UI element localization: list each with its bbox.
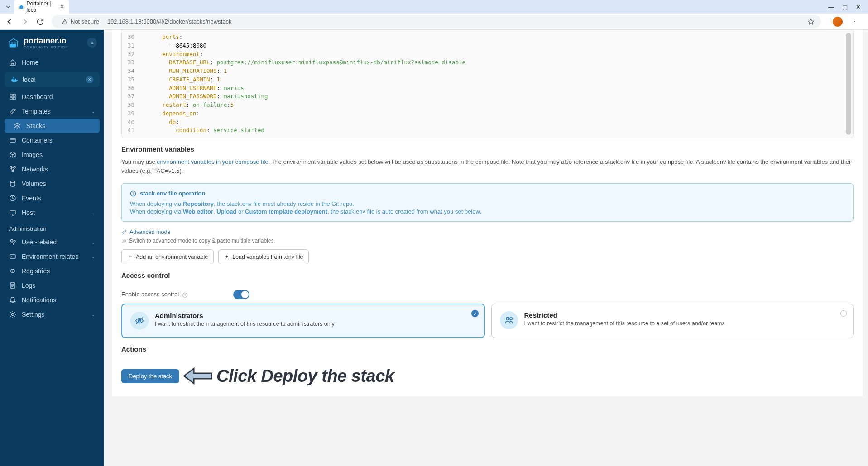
sidebar-label: Dashboard bbox=[22, 93, 53, 100]
code-line[interactable]: 41 condition: service_started bbox=[122, 126, 853, 135]
code-line[interactable]: 40 db: bbox=[122, 118, 853, 127]
svg-point-33 bbox=[133, 192, 133, 192]
stacks-icon bbox=[14, 122, 21, 129]
sidebar-item-notifications[interactable]: Notifications bbox=[0, 293, 104, 307]
sidebar-label: Logs bbox=[22, 282, 35, 289]
back-icon[interactable] bbox=[5, 18, 14, 26]
eye-off-icon bbox=[130, 312, 149, 330]
env-vars-title: Environment variables bbox=[121, 145, 854, 153]
deploy-stack-button[interactable]: Deploy the stack bbox=[121, 369, 179, 383]
logs-icon bbox=[9, 282, 16, 289]
sidebar-label: Volumes bbox=[22, 180, 46, 187]
maximize-icon[interactable]: ▢ bbox=[842, 4, 848, 10]
address-bar[interactable]: Not secure 192.168.1.18:9000/#!/2/docker… bbox=[52, 15, 821, 28]
access-control-toggle[interactable] bbox=[233, 290, 249, 299]
selected-check-icon: ✓ bbox=[471, 310, 479, 317]
code-line[interactable]: 36 ADMIN_USERNAME: marius bbox=[122, 84, 853, 93]
tab-title: Portainer | loca bbox=[26, 0, 53, 13]
tab-list-dropdown[interactable] bbox=[4, 2, 13, 11]
sidebar-environment[interactable]: local ✕ bbox=[5, 72, 100, 87]
portainer-logo-icon bbox=[7, 36, 20, 49]
advanced-mode-link[interactable]: Advanced mode bbox=[121, 229, 170, 235]
sidebar-label: Images bbox=[22, 151, 43, 158]
bookmark-star-icon[interactable] bbox=[807, 18, 815, 25]
code-line[interactable]: 30 ports: bbox=[122, 33, 853, 42]
code-line[interactable]: 34 RUN_MIGRATIONS: 1 bbox=[122, 67, 853, 76]
sidebar-item-logs[interactable]: Logs bbox=[0, 278, 104, 293]
browser-tab-bar: Portainer | loca ✕ — ▢ ✕ bbox=[0, 0, 868, 14]
users-icon bbox=[500, 311, 518, 329]
chevron-down-icon: ⌄ bbox=[91, 109, 95, 114]
browser-menu-icon[interactable]: ⋮ bbox=[851, 17, 858, 26]
sidebar-item-containers[interactable]: Containers bbox=[0, 133, 104, 147]
sidebar-item-events[interactable]: Events bbox=[0, 191, 104, 205]
access-option-administrators[interactable]: Administrators I want to restrict the ma… bbox=[121, 304, 485, 338]
sidebar-item-settings[interactable]: Settings ⌄ bbox=[0, 307, 104, 322]
sidebar-item-home[interactable]: Home bbox=[0, 55, 104, 70]
sidebar-item-dashboard[interactable]: Dashboard bbox=[0, 90, 104, 104]
upload-icon bbox=[224, 254, 230, 260]
svg-rect-6 bbox=[13, 77, 14, 79]
sidebar-collapse-button[interactable]: « bbox=[87, 38, 97, 48]
profile-avatar[interactable] bbox=[833, 17, 843, 27]
sidebar-item-templates[interactable]: Templates ⌄ bbox=[0, 104, 104, 119]
sidebar-item-host[interactable]: Host ⌄ bbox=[0, 205, 104, 220]
code-line[interactable]: 32 environment: bbox=[122, 50, 853, 59]
code-line[interactable]: 33 DATABASE_URL: postgres://minifluxuser… bbox=[122, 58, 853, 67]
notifications-icon bbox=[9, 296, 16, 304]
load-env-file-button[interactable]: Load variables from .env file bbox=[218, 249, 309, 264]
code-line[interactable]: 38 restart: on-failure:5 bbox=[122, 101, 853, 109]
code-line[interactable]: 39 depends_on: bbox=[122, 109, 853, 118]
svg-point-13 bbox=[10, 166, 12, 168]
code-line[interactable]: 31 - 8645:8080 bbox=[122, 42, 853, 50]
admin-section-label: Administration bbox=[0, 220, 104, 235]
actions-title: Actions bbox=[121, 345, 854, 353]
sidebar-item-networks[interactable]: Networks bbox=[0, 162, 104, 176]
env-help-text: You may use environment variables in you… bbox=[121, 157, 854, 175]
advanced-hint: Switch to advanced mode to copy & paste … bbox=[121, 238, 854, 244]
sidebar-item-environment-related[interactable]: Environment-related ⌄ bbox=[0, 249, 104, 264]
sidebar-label: Environment-related bbox=[22, 253, 79, 260]
browser-tab[interactable]: Portainer | loca ✕ bbox=[14, 0, 69, 15]
sidebar-item-user-related[interactable]: User-related ⌄ bbox=[0, 235, 104, 249]
svg-point-21 bbox=[11, 240, 13, 242]
add-env-var-button[interactable]: ＋ Add an environment variable bbox=[121, 249, 214, 264]
svg-point-30 bbox=[12, 314, 14, 316]
dashboard-icon bbox=[9, 93, 16, 100]
security-status: Not secure bbox=[71, 18, 99, 25]
svg-rect-9 bbox=[10, 97, 12, 100]
sidebar-label: Networks bbox=[22, 166, 48, 173]
svg-point-25 bbox=[12, 271, 14, 272]
help-icon[interactable]: ? bbox=[182, 292, 188, 298]
env-help-link[interactable]: environment variables in your compose fi… bbox=[157, 158, 268, 165]
home-icon bbox=[9, 59, 16, 66]
tab-close-icon[interactable]: ✕ bbox=[60, 4, 64, 10]
reload-icon[interactable] bbox=[36, 18, 44, 26]
sidebar-item-registries[interactable]: Registries bbox=[0, 264, 104, 278]
close-window-icon[interactable]: ✕ bbox=[856, 4, 861, 10]
portainer-logo[interactable]: portainer.io COMMUNITY EDITION bbox=[7, 36, 68, 49]
code-line[interactable]: 37 ADMIN_PASSWORD: mariushosting bbox=[122, 92, 853, 101]
sidebar-item-images[interactable]: Images bbox=[0, 147, 104, 162]
svg-rect-7 bbox=[10, 94, 12, 96]
containers-icon bbox=[9, 137, 16, 144]
environment-close-icon[interactable]: ✕ bbox=[86, 76, 93, 83]
annotation-text: Click Deploy the stack bbox=[216, 366, 394, 386]
svg-point-15 bbox=[12, 170, 14, 172]
sidebar-item-volumes[interactable]: Volumes bbox=[0, 176, 104, 191]
forward-icon[interactable] bbox=[21, 18, 29, 26]
card-description: I want to restrict the management of thi… bbox=[524, 320, 845, 327]
code-editor[interactable]: 30 ports:31 - 8645:808032 environment:33… bbox=[121, 30, 854, 138]
enable-access-label: Enable access control ? bbox=[121, 291, 188, 298]
access-option-restricted[interactable]: Restricted I want to restrict the manage… bbox=[491, 304, 854, 338]
minimize-icon[interactable]: — bbox=[828, 4, 834, 10]
svg-point-16 bbox=[10, 181, 15, 183]
sidebar-label: Home bbox=[22, 59, 38, 66]
sidebar-item-stacks[interactable]: Stacks bbox=[5, 119, 100, 133]
svg-point-41 bbox=[509, 318, 512, 320]
editor-scrollbar[interactable] bbox=[846, 33, 851, 135]
volumes-icon bbox=[9, 180, 16, 187]
images-icon bbox=[9, 151, 16, 158]
code-line[interactable]: 35 CREATE_ADMIN: 1 bbox=[122, 76, 853, 84]
edit-icon bbox=[121, 229, 127, 235]
